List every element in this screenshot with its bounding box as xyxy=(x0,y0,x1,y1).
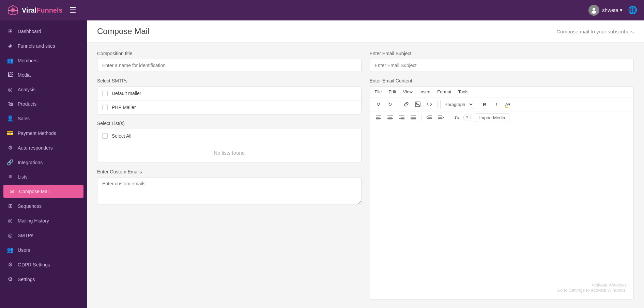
sidebar-label-smtps: SMTPs xyxy=(18,233,33,238)
svg-point-1 xyxy=(11,8,15,12)
sidebar-item-settings[interactable]: ⚙ Settings xyxy=(0,272,87,287)
sidebar-label-analysis: Analysis xyxy=(18,87,35,92)
sidebar-label-autoresponders: Auto responders xyxy=(18,145,53,151)
sidebar-item-analysis[interactable]: ◎ Analysis xyxy=(0,82,87,97)
align-left-button[interactable] xyxy=(373,113,384,122)
highlight-button[interactable]: A▾ xyxy=(503,99,513,109)
sidebar-item-products[interactable]: 🛍 Products xyxy=(0,97,87,111)
username-label: shweta ▾ xyxy=(602,7,623,13)
sidebar-item-payment-methods[interactable]: 💳 Payment Methods xyxy=(0,126,87,140)
editor-body[interactable]: Activate Windows Go to Settings to activ… xyxy=(370,124,634,299)
gdpr-icon: ⚙ xyxy=(7,261,14,268)
email-content-group: Enter Email Content File Edit View Inser… xyxy=(370,78,634,300)
select-smtps-group: Select SMTPs Default mailer PHP Mailer xyxy=(97,78,362,114)
sidebar-label-lists: Lists xyxy=(18,174,28,180)
menu-format[interactable]: Format xyxy=(437,89,451,94)
right-panel: Enter Email Subject Enter Email Content … xyxy=(370,51,634,300)
user-menu[interactable]: shweta ▾ xyxy=(588,5,623,16)
users-icon: 👥 xyxy=(7,247,14,253)
image-button[interactable] xyxy=(413,99,423,109)
indent-decrease-button[interactable] xyxy=(424,113,434,122)
sidebar-item-autoresponders[interactable]: ⚙ Auto responders xyxy=(0,140,87,155)
logo: ViralFunnels xyxy=(7,4,63,16)
sidebar-label-members: Members xyxy=(18,58,37,63)
hamburger-menu[interactable]: ☰ xyxy=(70,6,76,15)
page-title: Compose Mail xyxy=(97,27,149,36)
sidebar-item-sales[interactable]: 👤 Sales xyxy=(0,111,87,126)
sidebar-item-funnels[interactable]: ◈ Funnels and sites xyxy=(0,38,87,53)
analysis-icon: ◎ xyxy=(7,86,14,93)
select-lists-group: Select List(s) Select All No lists found xyxy=(97,121,362,163)
select-all-checkbox[interactable] xyxy=(102,133,108,139)
clear-format-button[interactable]: Tx xyxy=(452,113,462,122)
sidebar-label-settings: Settings xyxy=(18,277,35,282)
select-lists-label: Select List(s) xyxy=(97,121,362,126)
activate-windows-line1: Activate Windows xyxy=(557,282,627,288)
menu-edit[interactable]: Edit xyxy=(388,89,396,94)
sidebar-label-mailing-history: Mailing History xyxy=(18,218,49,224)
compose-mail-icon: ✉ xyxy=(8,188,15,195)
smtp-checkbox-default[interactable] xyxy=(102,91,108,96)
custom-emails-textarea[interactable] xyxy=(97,177,362,204)
sales-icon: 👤 xyxy=(7,115,14,122)
sidebar-item-lists[interactable]: ≡ Lists xyxy=(0,170,87,184)
sidebar-item-members[interactable]: 👥 Members xyxy=(0,53,87,68)
sidebar-item-gdpr[interactable]: ⚙ GDPR Settings xyxy=(0,257,87,272)
bold-button[interactable]: B xyxy=(480,99,490,109)
sidebar-item-integrations[interactable]: 🔗 Integrations xyxy=(0,155,87,170)
custom-emails-group: Enter Custom Emails xyxy=(97,169,362,204)
main-layout: ⊞ Dashboard ◈ Funnels and sites 👥 Member… xyxy=(0,20,644,308)
editor-toolbar-row2: Tx ? Import Media xyxy=(370,111,634,124)
no-lists-text: No lists found xyxy=(97,143,361,163)
sidebar-item-dashboard[interactable]: ⊞ Dashboard xyxy=(0,24,87,38)
sidebar-item-media[interactable]: 🖼 Media xyxy=(0,68,87,82)
align-right-button[interactable] xyxy=(397,113,407,122)
sidebar-item-sequences[interactable]: ⊞ Sequences xyxy=(0,199,87,213)
dashboard-icon: ⊞ xyxy=(7,28,14,34)
page-subtitle: Compose mail to your subscribers xyxy=(556,29,634,34)
code-button[interactable] xyxy=(424,99,434,109)
composition-title-label: Composition title xyxy=(97,51,362,56)
justify-button[interactable] xyxy=(408,113,418,122)
menu-view[interactable]: View xyxy=(403,89,413,94)
activate-windows-notice: Activate Windows Go to Settings to activ… xyxy=(557,282,627,293)
globe-icon[interactable]: 🌐 xyxy=(628,6,637,15)
sidebar-label-dashboard: Dashboard xyxy=(18,29,41,34)
help-button[interactable]: ? xyxy=(463,114,471,121)
undo-button[interactable]: ↺ xyxy=(373,99,384,109)
paragraph-select[interactable]: Paragraph xyxy=(440,100,474,109)
email-subject-group: Enter Email Subject xyxy=(370,51,634,72)
redo-button[interactable]: ↻ xyxy=(385,99,395,109)
indent-increase-button[interactable] xyxy=(436,113,446,122)
composition-title-input[interactable] xyxy=(97,59,362,72)
user-avatar xyxy=(588,5,599,16)
align-center-button[interactable] xyxy=(385,113,395,122)
import-media-button[interactable]: Import Media xyxy=(475,113,510,122)
italic-button[interactable]: I xyxy=(491,99,502,109)
menu-tools[interactable]: Tools xyxy=(458,89,469,94)
custom-emails-label: Enter Custom Emails xyxy=(97,169,362,174)
sidebar-item-smtps[interactable]: ◎ SMTPs xyxy=(0,228,87,243)
smtp-list: Default mailer PHP Mailer xyxy=(97,86,362,114)
link-button[interactable] xyxy=(401,99,411,109)
smtp-label-php: PHP Mailer xyxy=(112,105,136,110)
members-icon: 👥 xyxy=(7,57,14,64)
sidebar-label-funnels: Funnels and sites xyxy=(18,43,55,49)
smtp-label-default: Default mailer xyxy=(112,91,141,96)
toolbar-sep-2 xyxy=(437,101,438,108)
sidebar-item-users[interactable]: 👥 Users xyxy=(0,243,87,257)
sidebar-item-compose-mail[interactable]: ✉ Compose Mail xyxy=(3,185,83,198)
smtp-item-default: Default mailer xyxy=(97,87,361,101)
smtp-checkbox-php[interactable] xyxy=(102,105,108,110)
sidebar-item-mailing-history[interactable]: ◎ Mailing History xyxy=(0,213,87,228)
svg-point-7 xyxy=(592,11,596,14)
email-subject-input[interactable] xyxy=(370,59,634,72)
menu-file[interactable]: File xyxy=(375,89,382,94)
activate-windows-line2: Go to Settings to activate Windows. xyxy=(557,288,627,293)
menu-insert[interactable]: Insert xyxy=(419,89,431,94)
select-smtps-label: Select SMTPs xyxy=(97,78,362,83)
composition-title-group: Composition title xyxy=(97,51,362,72)
logo-icon xyxy=(7,4,19,16)
sidebar-label-users: Users xyxy=(18,247,30,253)
products-icon: 🛍 xyxy=(7,101,14,107)
